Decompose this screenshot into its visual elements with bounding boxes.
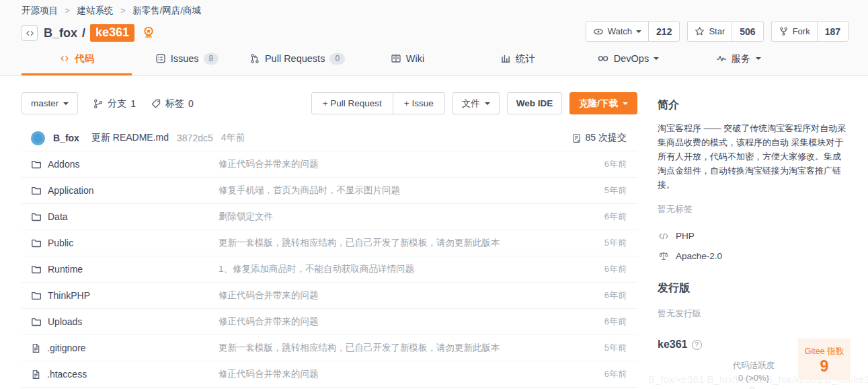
tab-services[interactable]: 服务 [683,44,793,75]
tab-code[interactable]: 代码 [22,44,132,75]
tags-link[interactable]: 标签 0 [151,98,194,110]
table-row[interactable]: Runtime 1、修复添加商品时，不能自动获取商品详情问题 6年前 [22,256,637,283]
tags-count: 0 [188,98,194,109]
file-commit-message[interactable]: 修复手机端，首页为商品时，不显示图片问题 [219,184,580,197]
star-count[interactable]: 506 [732,22,762,41]
file-commit-message[interactable]: 修正代码合并带来的问题 [219,158,580,170]
star-button[interactable]: Star 506 [687,21,763,42]
pull-requests-count-badge: 0 [329,53,345,65]
commit-message-link[interactable]: 更新 README.md [91,132,169,144]
metrics-title: ke361 [658,339,688,351]
watch-button[interactable]: Watch 212 [586,21,680,42]
file-menu-button[interactable]: 文件 [452,92,500,114]
table-row[interactable]: .htaccess 修正代码合并带来的问题 6年前 [22,361,637,388]
file-name-link[interactable]: Uploads [48,316,82,327]
breadcrumb-link-projects[interactable]: 开源项目 [22,5,58,15]
table-row[interactable]: Public 更新一套模版，跳转相应结构，已自己开发了新模板，请勿更新此版本 5… [22,230,637,256]
chevron-down-icon [636,30,641,33]
license-scale-icon [658,250,669,261]
file-name-link[interactable]: Application [48,185,94,196]
fork-label: Fork [793,26,810,36]
fork-count[interactable]: 187 [817,22,848,41]
gitee-index-value: 9 [820,359,829,374]
tag-icon [151,98,161,109]
table-row[interactable]: Application 修复手机端，首页为商品时，不显示图片问题 5年前 [22,178,637,204]
file-commit-time: 5年前 [580,342,627,354]
issues-count-badge: 8 [204,53,219,65]
branch-selector[interactable]: master [22,92,78,114]
breadcrumb-separator: > [120,6,125,15]
tab-devops[interactable]: DevOps [573,44,683,75]
repo-tabs: 代码 Issues 8 Pull Requests 0 Wiki 统计 [22,44,793,75]
language-link[interactable]: PHP [658,231,846,241]
file-name-link[interactable]: .htaccess [47,369,87,380]
new-pull-request-button[interactable]: + Pull Request [312,93,393,114]
watch-button-main[interactable]: Watch [586,22,648,41]
table-row[interactable]: Data 删除锁定文件 6年前 [22,204,637,230]
tab-pull-requests[interactable]: Pull Requests 0 [242,44,352,75]
file-name-link[interactable]: Data [48,211,68,222]
tab-issues[interactable]: Issues 8 [132,44,242,75]
repo-owner-link[interactable]: B_fox [44,26,77,40]
file-commit-message[interactable]: 删除锁定文件 [219,211,580,223]
commit-author-link[interactable]: B_fox [53,133,79,143]
chevron-down-icon [756,57,761,60]
table-row[interactable]: .gitignore 更新一套模版，跳转相应结构，已自己开发了新模板，请勿更新此… [22,335,637,361]
file-name-link[interactable]: Public [48,238,73,248]
intro-title: 简介 [658,98,846,112]
file-commit-time: 5年前 [580,184,627,197]
breadcrumb-link-subcategory[interactable]: 新零售/网店/商城 [132,5,201,15]
file-commit-message[interactable]: 修正代码合并带来的问题 [219,289,580,302]
repo-page: 开源项目 > 建站系统 > 新零售/网店/商城 B_fox / ke361 [0,0,868,389]
breadcrumb-link-category[interactable]: 建站系统 [77,5,114,15]
pulse-icon [716,53,727,64]
branches-link[interactable]: 分支 1 [93,98,136,110]
avatar[interactable] [31,131,45,145]
metrics-section: B_fox/ke361 B_fox/ke361 B_fox/ke361 B_fo… [658,339,846,389]
file-commit-message[interactable]: 更新一套模版，跳转相应结构，已自己开发了新模板，请勿更新此版本 [219,237,580,249]
code-language-icon [658,232,669,241]
infinity-icon [597,53,609,64]
watch-count[interactable]: 212 [648,22,679,41]
file-commit-message[interactable]: 修正代码合并带来的问题 [219,316,580,328]
star-button-main[interactable]: Star [688,22,732,41]
commits-count-label: 85 次提交 [586,132,627,144]
file-name-link[interactable]: Runtime [48,264,83,275]
help-icon[interactable]: ? [692,340,702,350]
commits-count-link[interactable]: 85 次提交 [571,132,627,144]
tab-wiki[interactable]: Wiki [352,44,463,75]
fork-button[interactable]: Fork 187 [771,21,849,42]
table-row[interactable]: Uploads 修正代码合并带来的问题 6年前 [22,309,637,335]
clone-download-button[interactable]: 克隆/下载 [569,92,637,114]
clone-download-label: 克隆/下载 [579,98,618,110]
file-name-link[interactable]: .gitignore [47,343,86,353]
branches-count: 1 [130,98,136,109]
no-releases-text: 暂无发行版 [658,308,846,320]
table-row[interactable]: Addons 修正代码合并带来的问题 6年前 [22,151,637,178]
activity-metric: 代码活跃度 0 (>0%) [717,360,791,383]
wiki-icon [391,53,401,64]
license-link[interactable]: Apache-2.0 [658,250,846,261]
gitee-index-badge[interactable]: Gitee 指数 9 [798,339,851,380]
breadcrumb-separator: > [65,6,70,15]
file-commit-message[interactable]: 更新一套模版，跳转相应结构，已自己开发了新模板，请勿更新此版本 [219,342,580,354]
tab-services-label: 服务 [732,52,751,65]
web-ide-button[interactable]: Web IDE [507,92,563,114]
page-title: B_fox / ke361 [44,24,134,42]
chevron-down-icon [63,102,69,105]
file-name-link[interactable]: Addons [48,159,79,170]
file-commit-message[interactable]: 1、修复添加商品时，不能自动获取商品详情问题 [219,263,580,275]
file-name-link[interactable]: ThinkPHP [48,290,90,301]
page-header: 开源项目 > 建站系统 > 新零售/网店/商城 B_fox / ke361 [0,0,868,76]
new-issue-button[interactable]: + Issue [393,93,444,114]
fork-button-main[interactable]: Fork [772,22,817,41]
file-commit-message[interactable]: 修正代码合并带来的问题 [219,368,580,380]
tab-stats[interactable]: 统计 [463,44,573,75]
main-column: master 分支 1 标签 0 + Pull Request + Iss [22,76,637,389]
commit-hash-link[interactable]: 3872dc5 [177,133,213,143]
repo-actions: Watch 212 Star 506 Fork [578,21,849,42]
table-row[interactable]: ThinkPHP 修正代码合并带来的问题 6年前 [22,283,637,309]
repo-name-highlight[interactable]: ke361 [90,24,134,42]
new-pr-issue-group: + Pull Request + Issue [311,92,445,114]
folder-icon [31,316,42,327]
